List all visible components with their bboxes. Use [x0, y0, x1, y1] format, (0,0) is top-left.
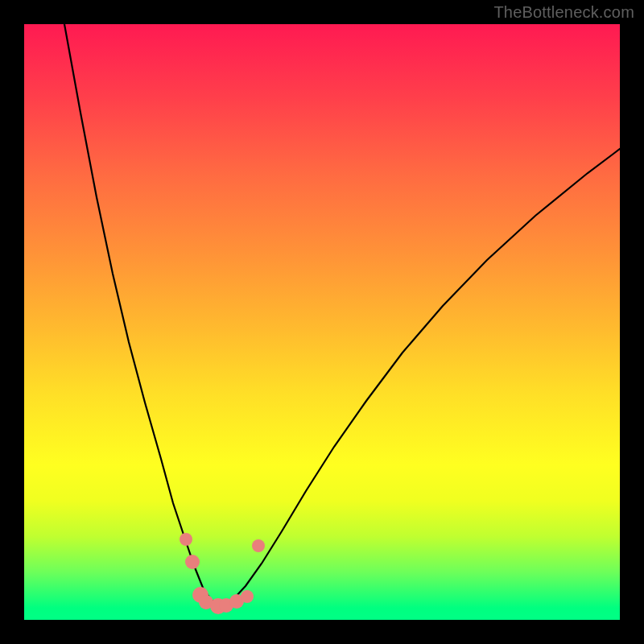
- chart-plot-area: [24, 24, 620, 620]
- marker-pt9: [252, 539, 265, 552]
- bottleneck-curve: [64, 24, 620, 605]
- curve-group: [64, 24, 620, 605]
- chart-svg: [24, 24, 620, 620]
- markers-group: [180, 533, 265, 614]
- marker-pt2: [185, 555, 200, 569]
- watermark-text: TheBottleneck.com: [493, 3, 634, 22]
- marker-pt8: [241, 590, 254, 603]
- marker-pt1: [180, 533, 192, 546]
- chart-frame: TheBottleneck.com: [0, 0, 644, 644]
